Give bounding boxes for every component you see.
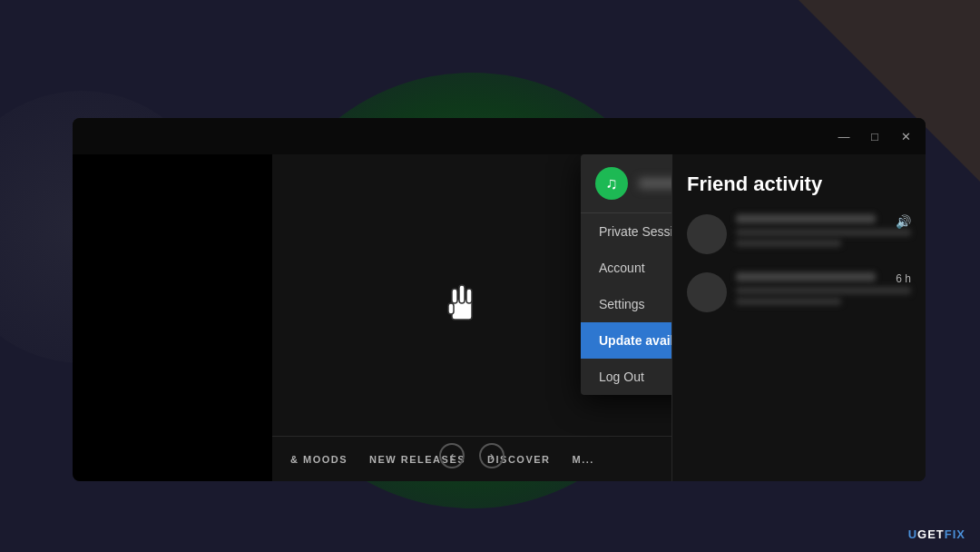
friend-track-bar-2	[736, 287, 911, 294]
user-name-blurred	[639, 178, 671, 189]
user-avatar: ♫	[595, 167, 628, 200]
nav-item-more[interactable]: M...	[573, 454, 594, 465]
friend-name-bar-1	[736, 214, 876, 223]
friend-item-2: 6 h	[687, 272, 911, 312]
volume-icon: 🔊	[896, 214, 911, 229]
window-controls: — □ ✕	[831, 123, 918, 149]
left-sidebar	[73, 154, 272, 481]
close-button[interactable]: ✕	[893, 123, 918, 149]
friend-activity-title: Friend activity	[687, 172, 911, 196]
spotify-logo-icon: ♫	[605, 174, 618, 193]
friend-artist-bar-2	[736, 298, 841, 305]
nav-item-moods[interactable]: & MOODS	[290, 454, 348, 465]
minimize-button[interactable]: —	[831, 123, 857, 149]
menu-item-account[interactable]: Account	[581, 250, 671, 286]
friend-artist-bar-1	[736, 240, 841, 247]
menu-item-logout[interactable]: Log Out	[581, 359, 671, 395]
nav-bar: & MOODS NEW RELEASES DISCOVER M... ‹ ›	[272, 436, 671, 481]
right-panel: Friend activity 🔊 6 h	[671, 154, 926, 481]
friend-item-1: 🔊	[687, 214, 911, 254]
friend-avatar-2	[687, 272, 727, 312]
prev-arrow[interactable]: ‹	[439, 443, 465, 468]
nav-arrows: ‹ ›	[439, 443, 505, 468]
watermark-fix: FIX	[945, 527, 965, 541]
watermark-get: GET	[917, 527, 945, 541]
main-content: & MOODS NEW RELEASES DISCOVER M... ‹ › ♫	[272, 154, 671, 481]
content-area: & MOODS NEW RELEASES DISCOVER M... ‹ › ♫	[73, 154, 926, 481]
dropdown-user-header[interactable]: ♫ ✓	[581, 154, 671, 213]
friend-avatar-1	[687, 214, 727, 254]
watermark-u: U	[908, 527, 917, 541]
friend-info-1	[736, 214, 911, 247]
menu-item-update[interactable]: Update available. Restart now.	[581, 322, 671, 359]
friend-time-2: 6 h	[896, 272, 911, 285]
friend-name-bar-2	[736, 272, 876, 281]
menu-item-settings[interactable]: Settings	[581, 286, 671, 322]
menu-item-private-session[interactable]: Private Session	[581, 213, 671, 250]
next-arrow[interactable]: ›	[479, 443, 505, 468]
maximize-button[interactable]: □	[862, 123, 887, 149]
title-bar: — □ ✕	[73, 118, 926, 154]
watermark: UGETFIX	[908, 527, 965, 541]
spotify-window: — □ ✕ & MOODS NEW RELEASES DISCOVER M...…	[73, 118, 926, 481]
friend-track-bar-1	[736, 229, 911, 236]
dropdown-menu: ♫ ✓ ▲ Private Session Account Settings U…	[581, 154, 671, 395]
friend-info-2	[736, 272, 911, 305]
